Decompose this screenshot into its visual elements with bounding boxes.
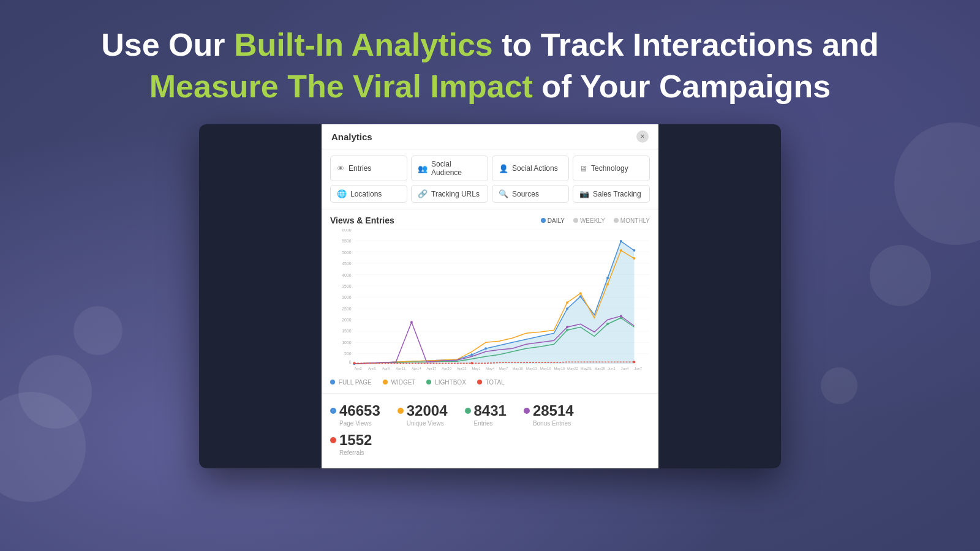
svg-point-44 (633, 249, 635, 252)
svg-point-39 (484, 347, 487, 350)
stat-entries-value: 8431 (474, 402, 507, 419)
time-monthly[interactable]: MONTHLY (614, 217, 650, 224)
svg-text:May13: May13 (526, 367, 537, 371)
tab-technology-label: Technology (591, 164, 628, 173)
time-daily[interactable]: DAILY (541, 217, 565, 224)
analytics-window: Analytics × 👁 Entries 👥 Social Audience … (199, 124, 781, 468)
svg-text:2000: 2000 (342, 318, 351, 322)
svg-text:Apr11: Apr11 (396, 367, 405, 371)
svg-point-57 (470, 362, 473, 365)
svg-text:Apr17: Apr17 (427, 367, 437, 371)
svg-text:Apr23: Apr23 (457, 367, 467, 371)
legend-widget-label: WIDGET (391, 379, 415, 386)
stat-unique-views: 32004 Unique Views (398, 402, 448, 427)
tab-technology[interactable]: 🖥 Technology (573, 156, 650, 181)
svg-text:May25: May25 (581, 367, 592, 371)
legend-total-label: TOTAL (485, 379, 504, 386)
time-weekly[interactable]: WEEKLY (573, 217, 605, 224)
stat-page-views-label: Page Views (339, 420, 372, 427)
tab-locations-label: Locations (350, 190, 382, 198)
tab-entries-label: Entries (349, 164, 371, 173)
titlebar: Analytics × (322, 124, 658, 149)
time-monthly-label: MONTHLY (620, 217, 650, 224)
tab-sources-label: Sources (512, 190, 539, 198)
svg-point-48 (620, 249, 622, 252)
svg-text:0: 0 (349, 360, 352, 364)
stat-referrals-label: Referrals (339, 449, 364, 456)
legend-widget[interactable]: WIDGET (383, 379, 416, 386)
svg-text:Apr20: Apr20 (442, 367, 451, 371)
svg-point-54 (566, 326, 568, 328)
social-audience-icon: 👥 (418, 164, 428, 173)
time-legend: DAILY WEEKLY MONTHLY (541, 217, 650, 224)
svg-text:3500: 3500 (342, 284, 351, 288)
legend-full-page-label: FULL PAGE (339, 379, 372, 386)
svg-point-40 (566, 307, 568, 310)
stat-bonus-entries-value: 28514 (533, 402, 574, 419)
svg-text:3000: 3000 (342, 295, 351, 299)
tab-tracking-urls-label: Tracking URLs (431, 190, 480, 198)
svg-point-45 (566, 301, 568, 304)
chart-section: Views & Entries DAILY WEEKLY MONTHLY (322, 209, 658, 392)
svg-text:May28: May28 (594, 367, 605, 371)
svg-text:4000: 4000 (342, 273, 351, 277)
headline-text-mid: to Track Interactions and (493, 27, 879, 62)
legend-lightbox[interactable]: LIGHTBOX (426, 379, 466, 386)
svg-text:5000: 5000 (342, 250, 351, 255)
legend-lightbox-label: LIGHTBOX (435, 379, 466, 386)
tab-sources[interactable]: 🔍 Sources (492, 185, 569, 203)
stat-entries: 8431 Entries (465, 402, 507, 427)
svg-point-47 (606, 283, 609, 285)
chart-svg: 6000 5500 5000 4500 4000 3500 3000 2500 … (330, 229, 650, 376)
legend-full-page[interactable]: FULL PAGE (330, 379, 372, 386)
tab-entries[interactable]: 👁 Entries (330, 156, 407, 181)
tab-social-audience[interactable]: 👥 Social Audience (411, 156, 488, 181)
svg-text:Apr8: Apr8 (382, 367, 390, 371)
tab-sales-tracking[interactable]: 📷 Sales Tracking (573, 185, 650, 203)
window-title: Analytics (331, 132, 372, 142)
stat-unique-views-value: 32004 (407, 402, 448, 419)
locations-icon: 🌐 (337, 189, 347, 198)
tab-social-actions[interactable]: 👤 Social Actions (492, 156, 569, 181)
svg-text:5500: 5500 (342, 239, 351, 243)
svg-text:6000: 6000 (342, 229, 351, 232)
tab-grid: 👁 Entries 👥 Social Audience 👤 Social Act… (322, 149, 658, 209)
svg-text:May22: May22 (567, 367, 578, 371)
svg-text:4500: 4500 (342, 261, 351, 266)
svg-point-50 (566, 329, 568, 331)
headline-text-end: of Your Campaigns (533, 69, 831, 104)
headline-green1: Built-In Analytics (234, 27, 493, 62)
stat-referrals: 1552 Referrals (330, 432, 372, 456)
time-daily-label: DAILY (548, 217, 565, 224)
social-actions-icon: 👤 (499, 164, 508, 173)
stat-bonus-entries-dot (524, 408, 530, 414)
stat-referrals-value: 1552 (339, 432, 372, 449)
tab-social-actions-label: Social Actions (512, 164, 558, 173)
tab-locations[interactable]: 🌐 Locations (330, 185, 407, 203)
technology-icon: 🖥 (579, 164, 587, 173)
svg-point-49 (633, 257, 635, 260)
headline-text-start: Use Our (101, 27, 234, 62)
svg-text:2500: 2500 (342, 307, 351, 311)
stat-unique-views-dot (398, 408, 404, 414)
tab-social-audience-label: Social Audience (431, 160, 481, 177)
svg-text:Apr14: Apr14 (412, 367, 421, 371)
legend-total[interactable]: TOTAL (477, 379, 505, 386)
stat-referrals-dot (330, 437, 336, 443)
svg-text:1500: 1500 (342, 329, 351, 333)
tab-sales-tracking-label: Sales Tracking (593, 190, 641, 198)
svg-point-51 (606, 323, 609, 325)
svg-point-56 (353, 362, 355, 365)
svg-text:May19: May19 (554, 367, 565, 371)
close-button[interactable]: × (636, 130, 649, 143)
svg-text:May1: May1 (472, 367, 481, 371)
stats-section: 46653 Page Views 32004 Unique Views 8431… (322, 393, 658, 468)
svg-point-43 (620, 240, 622, 242)
svg-point-38 (470, 354, 473, 356)
sales-tracking-icon: 📷 (579, 189, 589, 198)
tab-tracking-urls[interactable]: 🔗 Tracking URLs (411, 185, 488, 203)
stat-page-views-dot (330, 408, 336, 414)
svg-text:Apr2: Apr2 (354, 367, 361, 371)
stat-page-views: 46653 Page Views (330, 402, 380, 427)
chart-header: Views & Entries DAILY WEEKLY MONTHLY (330, 216, 650, 225)
